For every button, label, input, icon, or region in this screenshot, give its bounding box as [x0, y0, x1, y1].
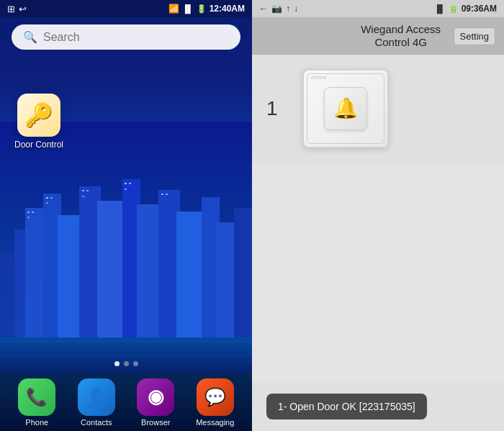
- app-icon-area: 🔑 Door Control: [14, 94, 63, 150]
- svg-rect-24: [125, 183, 127, 184]
- page-dots: [0, 361, 252, 366]
- svg-rect-7: [97, 201, 126, 337]
- contacts-icon: 👤: [86, 387, 107, 407]
- svg-rect-20: [46, 202, 48, 204]
- dock-item-messaging[interactable]: 💬 Messaging: [186, 378, 246, 427]
- svg-rect-17: [27, 217, 30, 218]
- bell-icon: 🔔: [333, 99, 359, 119]
- dot-1: [114, 361, 120, 366]
- svg-rect-18: [46, 197, 48, 199]
- right-status-bar: ← 📷 ↑ ↓ ▐▌ 🔋 09:36AM: [252, 0, 504, 17]
- dock-label-browser: Browser: [141, 418, 170, 427]
- svg-rect-19: [50, 197, 53, 199]
- search-bar[interactable]: 🔍: [12, 24, 240, 50]
- svg-rect-16: [32, 212, 34, 213]
- status-toast: 1- Open Door OK [223175035]: [266, 394, 427, 419]
- bottom-dock: 📞 Phone 👤 Contacts ◉ Browser 💬 Messaging: [0, 373, 252, 431]
- door-row: 1 chime 🔔: [252, 55, 504, 163]
- signal-icon: ▐▌: [434, 4, 446, 13]
- phone-app-icon: 📞: [18, 378, 55, 416]
- right-status-left-icons: ← 📷 ↑ ↓: [259, 4, 298, 14]
- battery-icon: 🔋: [197, 4, 207, 14]
- app-header: Wiegand Access Control 4G Setting: [252, 17, 504, 55]
- left-phone: ⊞ ↩ 📶 ▐▌ 🔋 12:40AM 🔍: [0, 0, 252, 431]
- contacts-app-icon: 👤: [78, 378, 115, 416]
- svg-rect-21: [82, 190, 84, 191]
- bell-button[interactable]: 🔔: [324, 87, 367, 130]
- svg-rect-5: [58, 215, 83, 337]
- photo-icon: 📷: [271, 4, 282, 14]
- dock-label-phone: Phone: [25, 418, 48, 427]
- dot-3: [133, 361, 138, 366]
- browser-app-icon: ◉: [137, 378, 174, 416]
- svg-rect-23: [82, 196, 84, 197]
- dock-label-messaging: Messaging: [196, 418, 234, 427]
- svg-rect-30: [0, 341, 252, 342]
- door-panel-label: chime: [311, 74, 326, 81]
- door-panel[interactable]: chime 🔔: [302, 69, 389, 148]
- setting-button[interactable]: Setting: [454, 27, 495, 45]
- status-message-area: 1- Open Door OK [223175035]: [252, 382, 504, 431]
- phone-icon: 📞: [26, 387, 48, 407]
- app-title: Wiegand Access Control 4G: [354, 23, 448, 49]
- svg-rect-22: [86, 190, 89, 191]
- search-input[interactable]: [43, 31, 229, 44]
- setting-btn-wrapper: Setting: [454, 27, 495, 45]
- dot-2: [124, 361, 129, 366]
- search-bar-container: 🔍: [0, 17, 252, 57]
- dock-item-phone[interactable]: 📞 Phone: [7, 378, 67, 427]
- svg-rect-32: [0, 355, 252, 356]
- key-icon: 🔑: [24, 101, 53, 129]
- svg-rect-25: [129, 183, 131, 184]
- left-status-bar: ⊞ ↩ 📶 ▐▌ 🔋 12:40AM: [0, 0, 252, 17]
- upload-icon: ↑: [286, 4, 290, 14]
- status-time: 12:40AM: [210, 4, 245, 14]
- right-status-time: 09:36AM: [462, 4, 497, 14]
- city-background: [0, 43, 252, 373]
- wifi-icon: 📶: [168, 4, 179, 14]
- right-main-content: 1 chime 🔔 1- Open Door OK [223175035]: [252, 55, 504, 431]
- status-left-icons: ⊞ ↩: [7, 4, 27, 14]
- messaging-icon: 💬: [204, 387, 226, 407]
- svg-rect-11: [176, 212, 205, 337]
- svg-rect-14: [234, 208, 252, 337]
- empty-space: [252, 163, 504, 382]
- right-phone: ← 📷 ↑ ↓ ▐▌ 🔋 09:36AM Wiegand Access Cont…: [252, 0, 504, 431]
- browser-icon: ◉: [148, 386, 164, 408]
- svg-rect-28: [166, 194, 168, 195]
- svg-rect-26: [125, 189, 127, 190]
- city-skyline-svg: [0, 43, 252, 373]
- search-icon: 🔍: [23, 30, 37, 44]
- svg-rect-15: [27, 212, 30, 213]
- arrow-icon: ↩: [19, 4, 27, 14]
- door-number: 1: [266, 97, 288, 120]
- right-status-right-icons: ▐▌ 🔋 09:36AM: [434, 4, 497, 14]
- status-right-icons: 📶 ▐▌ 🔋 12:40AM: [168, 4, 245, 14]
- door-control-label: Door Control: [14, 140, 63, 150]
- signal-bars-icon: ▐▌: [182, 4, 194, 13]
- grid-icon: ⊞: [7, 4, 15, 14]
- dock-label-contacts: Contacts: [81, 418, 112, 427]
- dock-item-browser[interactable]: ◉ Browser: [126, 378, 186, 427]
- messaging-app-icon: 💬: [197, 378, 234, 416]
- door-control-icon[interactable]: 🔑: [17, 94, 60, 137]
- back-icon: ←: [259, 4, 268, 14]
- svg-rect-31: [0, 348, 252, 349]
- svg-rect-9: [137, 204, 162, 337]
- battery-full-icon: 🔋: [449, 4, 459, 14]
- svg-rect-27: [161, 194, 163, 195]
- dock-item-contacts[interactable]: 👤 Contacts: [67, 378, 127, 427]
- download-icon: ↓: [294, 4, 298, 14]
